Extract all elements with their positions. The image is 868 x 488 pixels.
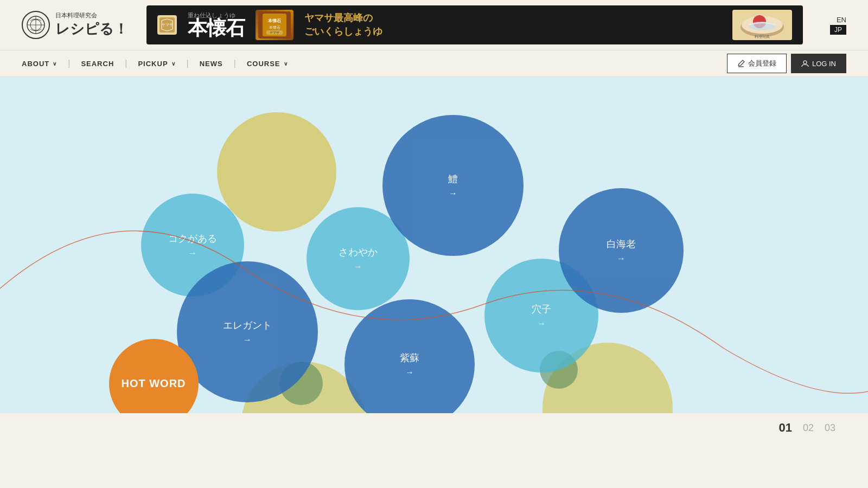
nav-item-course[interactable]: COURSE ∨ [238,60,297,68]
lang-en-button[interactable]: EN [837,16,846,24]
bubble-arrow-blue-far-right: → [617,254,626,264]
user-icon [801,60,809,67]
logo-title: レシピる！ [55,20,128,38]
bubble-label-cyan-center: さわやか [339,246,378,259]
bubble-area: 鱧→コクがある→さわやか→エレガント→紫蘇→穴子→白海老→HOT WORD [0,77,868,413]
header: 日本料理研究会 レシピる！ ヤマサ 重ね仕込しょうゆ 本懐石 本懐石 [0,0,868,50]
bubble-arrow-blue-top-right: → [449,189,457,198]
chevron-down-icon-2: ∨ [171,61,176,67]
svg-text:ヤマサ: ヤマサ [162,23,173,27]
bubble-arrow-cyan-left: → [188,248,197,258]
svg-point-19 [803,61,807,64]
edit-icon [737,60,745,67]
lang-jp-button[interactable]: JP [830,25,846,35]
chevron-down-icon-3: ∨ [284,61,288,67]
banner-right-text: ヤマサ最高峰の ごいくらしょうゆ [304,11,382,38]
bubble-arrow-cyan-center: → [354,262,362,272]
nav-buttons: 会員登録 LOG IN [727,54,846,73]
lang-switcher: EN JP [819,16,846,35]
banner[interactable]: ヤマサ 重ね仕込しょうゆ 本懐石 本懐石 本懐石 ヤマサ ヤマサ最高峰の [146,5,803,44]
bubble-blue-large-center[interactable]: 紫蘇→ [344,299,475,413]
logo-area: 日本料理研究会 レシピる！ [22,11,130,39]
bubble-arrow-blue-large-center: → [405,368,414,377]
page-1[interactable]: 01 [778,421,792,435]
register-button[interactable]: 会員登録 [727,54,787,73]
bubble-blue-far-right[interactable]: 白海老→ [559,188,684,313]
navigation: ABOUT ∨ | SEARCH | PICKUP ∨ | NEWS | COU… [0,50,868,77]
nav-divider-3: | [184,59,191,68]
page-3[interactable]: 03 [825,422,835,434]
bubble-blue-top-right[interactable]: 鱧→ [382,115,524,256]
nav-item-search[interactable]: SEARCH [72,60,123,68]
pagination-area: 01 02 03 [0,413,868,442]
login-button[interactable]: LOG IN [791,54,846,73]
bubble-arrow-cyan-right: → [537,319,546,329]
chevron-down-icon: ∨ [53,61,57,67]
svg-text:料理写真: 料理写真 [755,35,770,39]
bubble-arrow-blue-large-center-left: → [243,335,252,345]
logo-icon [22,11,50,39]
bubble-yellow-top-center[interactable] [217,112,336,232]
banner-brand-icon: ヤマサ [157,15,177,35]
bubble-label-blue-far-right: 白海老 [607,237,636,251]
logo-text: 日本料理研究会 レシピる！ [55,11,128,38]
svg-text:本懐石: 本懐石 [267,18,281,23]
nav-item-pickup[interactable]: PICKUP ∨ [129,60,184,68]
nav-divider-4: | [232,59,238,68]
nav-item-news[interactable]: NEWS [191,60,232,68]
logo-subtitle: 日本料理研究会 [55,11,128,20]
page-2[interactable]: 02 [803,422,814,434]
svg-text:ヤマサ: ヤマサ [270,31,279,34]
bubble-label-orange-hot-word: HOT WORD [121,376,186,391]
svg-text:本懐石: 本懐石 [269,25,280,30]
bubble-label-cyan-right: 穴子 [532,303,551,316]
banner-food-image: 料理写真 [732,10,792,40]
bubble-label-cyan-left: コクがある [168,232,217,246]
bubble-label-blue-top-right: 鱧 [448,172,458,186]
banner-area[interactable]: ヤマサ 重ね仕込しょうゆ 本懐石 本懐石 本懐石 ヤマサ ヤマサ最高峰の [146,5,803,44]
banner-main-text: 本懐石 [188,18,245,38]
banner-product-image: 本懐石 本懐石 ヤマサ [256,10,293,40]
bubble-label-blue-large-center-left: エレガント [223,319,272,332]
nav-item-about[interactable]: ABOUT ∨ [22,60,66,68]
nav-divider-2: | [123,59,129,68]
nav-items: ABOUT ∨ | SEARCH | PICKUP ∨ | NEWS | COU… [22,59,727,68]
nav-divider-1: | [66,59,72,68]
bubble-label-blue-large-center: 紫蘇 [400,351,419,365]
